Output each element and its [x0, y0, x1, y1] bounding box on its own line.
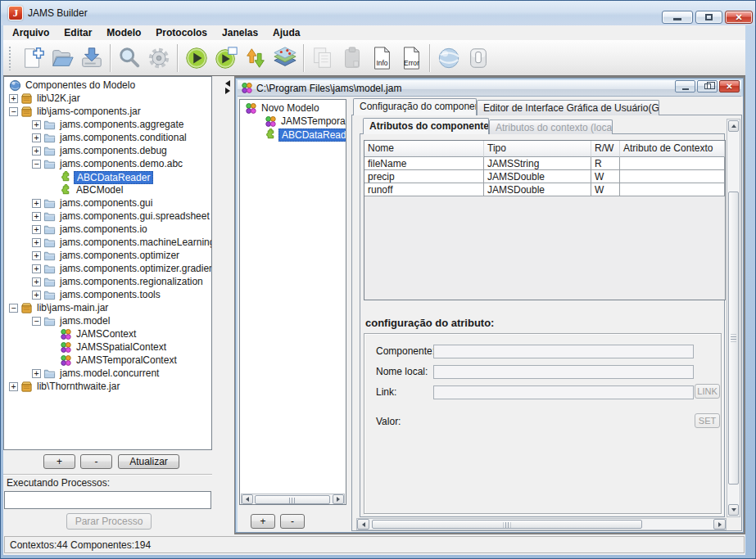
close-button[interactable]: ✕ — [725, 11, 753, 24]
table-cell[interactable]: W — [591, 183, 620, 196]
tree-expander[interactable]: + — [32, 251, 41, 260]
tree-expander[interactable]: + — [32, 199, 41, 208]
table-cell[interactable]: W — [591, 170, 620, 183]
toolbar-button-new-file[interactable] — [18, 43, 48, 73]
tree-expander[interactable]: + — [32, 369, 41, 378]
tree-row[interactable]: +jams.components.io — [4, 223, 211, 237]
scroll-left-button[interactable] — [242, 494, 253, 504]
tree-row[interactable]: +lib\Thornthwaite.jar — [4, 381, 211, 394]
toolbar-button-copy[interactable] — [308, 43, 337, 73]
tree-row[interactable]: +jams.model.concurrent — [4, 367, 211, 381]
attr-tab-atributos-do-contexto-local[interactable]: Atributos do contexto (local) — [489, 119, 613, 134]
toolbar-button-layers[interactable] — [270, 43, 300, 73]
scroll-down-button[interactable] — [728, 504, 739, 516]
tree-row[interactable]: −lib\jams-components.jar — [4, 106, 211, 119]
scroll-right-button[interactable] — [333, 494, 344, 504]
table-cell[interactable]: JAMSString — [484, 157, 591, 170]
toolbar-button-run[interactable] — [182, 43, 211, 73]
tree-expander[interactable]: + — [32, 238, 41, 247]
tree-expander[interactable]: − — [32, 317, 41, 326]
tree-expander[interactable]: + — [9, 382, 18, 391]
menu-item-ajuda[interactable]: Ajuda — [265, 26, 307, 39]
scroll-thumb[interactable] — [255, 495, 330, 504]
tree-row[interactable]: JAMSContext — [4, 328, 211, 341]
attr-tab-atributos-do-componente[interactable]: Atributos do componente — [363, 118, 489, 134]
tree-row[interactable]: +jams.components.aggregate — [4, 119, 211, 132]
tab-configura-o-do-componente[interactable]: Configuração do componente — [353, 98, 477, 115]
splitter-collapse-left-icon[interactable] — [225, 80, 230, 87]
tree-expander[interactable]: − — [9, 304, 18, 313]
content-vscrollbar[interactable] — [727, 119, 740, 517]
tree-expander[interactable]: + — [32, 133, 41, 142]
splitter[interactable] — [212, 76, 234, 534]
tree-expander[interactable]: + — [32, 264, 41, 273]
scroll-thumb[interactable] — [728, 192, 739, 485]
table-header-cell[interactable]: Atributo de Contexto — [620, 141, 725, 157]
menu-item-modelo[interactable]: Modelo — [99, 26, 148, 39]
tree-row[interactable]: −jams.components.demo.abc — [4, 158, 211, 171]
running-processes-field[interactable] — [4, 491, 211, 509]
model-tree-hscrollbar[interactable] — [241, 494, 345, 505]
nome-local-field[interactable] — [433, 365, 694, 379]
minimize-button[interactable] — [662, 11, 693, 24]
componente-field[interactable] — [433, 345, 694, 358]
tree-row[interactable]: ABCDataReader — [240, 128, 346, 142]
tree-expander[interactable]: + — [32, 147, 41, 156]
table-cell[interactable] — [620, 157, 725, 170]
tree-expander[interactable]: + — [32, 277, 41, 286]
tree-row[interactable]: +jams.components.machineLearning — [4, 237, 211, 250]
tree-row[interactable]: JAMSTemporalContext — [4, 354, 211, 367]
table-cell[interactable]: JAMSDouble — [484, 170, 591, 183]
tree-row[interactable]: −lib\jams-main.jar — [4, 302, 211, 315]
tree-row[interactable]: +jams.components.gui — [4, 197, 211, 210]
scroll-up-button[interactable] — [728, 120, 739, 132]
toolbar-button-update[interactable] — [241, 43, 270, 73]
menu-item-janelas[interactable]: Janelas — [215, 26, 265, 39]
scroll-left-button[interactable] — [357, 519, 369, 530]
tree-row[interactable]: −jams.model — [4, 315, 211, 328]
tree-row[interactable]: Componentes do Modelo — [4, 79, 211, 92]
toolbar-button-info-doc[interactable]: Info — [367, 43, 396, 73]
tree-row[interactable]: +jams.components.conditional — [4, 132, 211, 145]
set-button[interactable]: SET — [695, 413, 720, 428]
menu-item-editar[interactable]: Editar — [57, 26, 99, 39]
tree-row[interactable]: +jams.components.debug — [4, 145, 211, 158]
tree-row[interactable]: Novo Modelo — [240, 102, 346, 115]
tree-expander[interactable]: + — [32, 225, 41, 234]
tree-row[interactable]: +jams.components.regionalization — [4, 276, 211, 289]
tree-row[interactable]: +jams.components.gui.spreadsheet — [4, 210, 211, 223]
model-window-minimize-button[interactable] — [675, 80, 695, 92]
toolbar-grip[interactable] — [8, 46, 11, 70]
tree-row[interactable]: JAMSTemporalContex — [240, 115, 346, 128]
table-cell[interactable]: R — [591, 157, 620, 170]
table-cell[interactable]: precip — [364, 170, 484, 183]
toolbar-button-search[interactable] — [115, 43, 144, 73]
table-header-cell[interactable]: Tipo — [484, 141, 591, 157]
toolbar-button-paste[interactable] — [337, 43, 367, 73]
link-field[interactable] — [433, 385, 694, 399]
tree-row[interactable]: +jams.components.optimizer — [4, 250, 211, 263]
scroll-right-button[interactable] — [713, 519, 726, 530]
table-cell[interactable] — [620, 183, 725, 196]
model-window-restore-button[interactable] — [697, 80, 718, 92]
add-library-button[interactable]: + — [43, 454, 75, 469]
table-header-cell[interactable]: Nome — [364, 141, 484, 157]
content-hscrollbar[interactable] — [356, 518, 727, 530]
scroll-thumb[interactable] — [372, 520, 642, 529]
table-cell[interactable] — [620, 170, 725, 183]
stop-process-button[interactable]: Parar Processo — [66, 513, 152, 530]
tree-row[interactable]: ABCDataReader — [4, 171, 211, 184]
tree-row[interactable]: ABCModel — [4, 184, 211, 197]
menu-item-protocolos[interactable]: Protocolos — [148, 26, 215, 39]
toolbar-button-save[interactable] — [77, 43, 106, 73]
toolbar-button-web[interactable] — [434, 43, 464, 73]
menu-item-arquivo[interactable]: Arquivo — [5, 26, 57, 39]
tree-row[interactable]: +jams.components.tools — [4, 289, 211, 302]
tree-row[interactable]: +lib\J2K.jar — [4, 92, 211, 106]
toolbar-button-open-folder[interactable] — [48, 43, 77, 73]
table-header-cell[interactable]: R/W — [591, 141, 620, 157]
table-cell[interactable]: JAMSDouble — [484, 183, 591, 196]
model-window-close-button[interactable]: ✕ — [719, 80, 740, 92]
tab-editor-de-interface-gr-fica-[interactable]: Editor de Interface Gráfica de Usuário(G… — [477, 100, 659, 115]
model-add-button[interactable]: + — [251, 514, 275, 529]
